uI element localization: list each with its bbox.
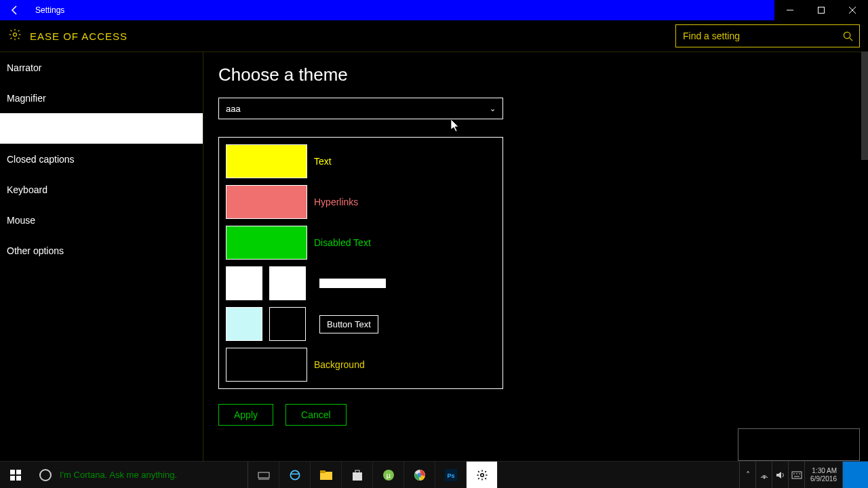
sidebar-item-keyboard[interactable]: Keyboard — [0, 174, 203, 205]
cortana-search[interactable]: I'm Cortana. Ask me anything. — [31, 462, 248, 489]
sidebar-item-closed-captions[interactable]: Closed captions — [0, 144, 203, 174]
sidebar-item-label: Other options — [7, 245, 64, 256]
sidebar-item-label: Mouse — [7, 215, 35, 226]
tray-overlay-popup — [738, 428, 860, 461]
selected-text-bar — [319, 279, 386, 288]
cancel-button[interactable]: Cancel — [285, 404, 347, 426]
svg-point-4 — [14, 33, 17, 37]
cortana-placeholder: I'm Cortana. Ask me anything. — [60, 470, 177, 480]
search-icon — [836, 31, 859, 41]
settings-header: EASE OF ACCESS — [0, 20, 868, 52]
svg-rect-8 — [16, 470, 21, 474]
theme-preview-box: Text Hyperlinks Disabled Text Button Tex… — [218, 137, 503, 389]
search-input[interactable] — [676, 30, 836, 41]
row-label-background: Background — [314, 359, 365, 370]
window-titlebar: Settings — [0, 0, 868, 20]
swatch-selected-fg[interactable] — [226, 266, 262, 300]
search-box[interactable] — [675, 24, 860, 47]
svg-line-6 — [849, 37, 852, 40]
page-heading: Choose a theme — [218, 64, 868, 85]
taskbar-app-explorer[interactable] — [311, 462, 342, 489]
vertical-scrollbar[interactable] — [861, 52, 868, 461]
swatch-button-bg[interactable] — [269, 307, 306, 341]
window-title: Settings — [30, 5, 64, 15]
swatch-hyperlinks[interactable] — [226, 185, 307, 219]
row-label-disabled: Disabled Text — [314, 237, 371, 248]
sidebar-item-label: Narrator — [7, 62, 41, 73]
task-view-button[interactable] — [248, 462, 279, 489]
tray-network-icon[interactable] — [755, 462, 772, 488]
scrollbar-thumb[interactable] — [861, 52, 868, 160]
taskbar-app-photoshop[interactable]: Ps — [435, 462, 467, 489]
sidebar-item-label: Closed captions — [7, 154, 75, 165]
sidebar-item-high-contrast[interactable] — [0, 113, 203, 144]
tray-keyboard-icon[interactable] — [788, 462, 804, 488]
row-label-hyperlinks: Hyperlinks — [314, 197, 358, 207]
minimize-button[interactable] — [774, 0, 806, 20]
swatch-background[interactable] — [226, 348, 307, 382]
taskbar-app-edge[interactable] — [279, 462, 311, 489]
taskbar-app-store[interactable] — [342, 462, 373, 489]
svg-point-24 — [480, 473, 484, 476]
swatch-text[interactable] — [226, 144, 307, 178]
svg-rect-16 — [353, 472, 362, 481]
row-label-button-text: Button Text — [319, 315, 378, 333]
tray-clock[interactable]: 1:30 AM 6/9/2016 — [804, 462, 842, 488]
sidebar-item-narrator[interactable]: Narrator — [0, 52, 203, 83]
svg-text:Ps: Ps — [447, 472, 454, 479]
sidebar-item-label: Keyboard — [7, 184, 47, 195]
row-label-text: Text — [314, 156, 332, 167]
svg-rect-26 — [792, 472, 802, 479]
taskbar: I'm Cortana. Ask me anything. µ Ps ˄ 1:3… — [0, 461, 868, 488]
svg-point-13 — [290, 470, 299, 479]
tray-volume-icon[interactable] — [772, 462, 788, 488]
back-button[interactable] — [0, 0, 30, 20]
gear-icon — [8, 28, 22, 44]
content-pane: Choose a theme aaa ⌄ Text Hyperlinks Dis… — [203, 52, 868, 461]
sidebar-item-mouse[interactable]: Mouse — [0, 205, 203, 235]
sidebar-item-magnifier[interactable]: Magnifier — [0, 83, 203, 113]
svg-rect-7 — [10, 470, 15, 474]
svg-rect-9 — [10, 476, 15, 481]
sidebar-item-label: Magnifier — [7, 93, 46, 104]
apply-button[interactable]: Apply — [218, 404, 273, 426]
tray-date: 6/9/2016 — [810, 475, 837, 483]
tray-chevron-up-icon[interactable]: ˄ — [739, 462, 755, 488]
sidebar: Narrator Magnifier Closed captions Keybo… — [0, 52, 203, 461]
start-button[interactable] — [0, 462, 31, 489]
swatch-selected-bg[interactable] — [269, 266, 306, 300]
taskbar-app-chrome[interactable] — [404, 462, 435, 489]
taskbar-app-settings[interactable] — [467, 462, 498, 489]
svg-rect-1 — [818, 7, 825, 14]
taskbar-app-utorrent[interactable]: µ — [373, 462, 404, 489]
system-tray: ˄ 1:30 AM 6/9/2016 — [739, 462, 868, 488]
theme-dropdown[interactable]: aaa ⌄ — [218, 98, 503, 119]
tray-action-center[interactable] — [842, 462, 868, 488]
tray-time: 1:30 AM — [810, 467, 837, 475]
dropdown-value: aaa — [226, 104, 241, 114]
maximize-button[interactable] — [806, 0, 837, 20]
svg-rect-15 — [320, 470, 326, 473]
cortana-icon — [39, 469, 52, 481]
category-title: EASE OF ACCESS — [30, 30, 127, 42]
svg-point-5 — [844, 32, 850, 38]
svg-rect-11 — [258, 472, 269, 478]
swatch-button-fg[interactable] — [226, 307, 262, 341]
chevron-down-icon: ⌄ — [490, 104, 496, 113]
sidebar-item-other-options[interactable]: Other options — [0, 235, 203, 266]
swatch-disabled-text[interactable] — [226, 226, 307, 260]
close-button[interactable] — [837, 0, 868, 20]
svg-rect-10 — [16, 476, 21, 481]
svg-point-25 — [764, 477, 765, 479]
svg-text:µ: µ — [386, 471, 391, 479]
